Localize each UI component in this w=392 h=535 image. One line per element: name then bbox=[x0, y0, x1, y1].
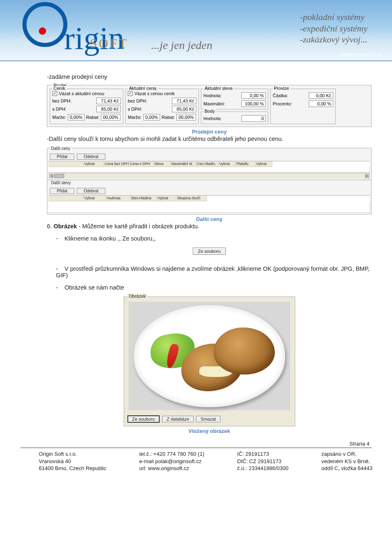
scroll-bar[interactable]: ◂ ▸ bbox=[49, 173, 370, 178]
footer-col-contact: tel.č.: +420 774 780 760 (1) e-mail pola… bbox=[139, 450, 204, 472]
product-image bbox=[129, 302, 290, 410]
obrazek-panel: Obrázek Ze souboru Z databáze Smazat bbox=[124, 296, 295, 426]
cenik-bezdph-val[interactable]: 71,43 Kč bbox=[96, 98, 121, 104]
page-number: Strana 4 bbox=[0, 439, 392, 448]
group-aktcena-title: Aktuální cena bbox=[128, 86, 158, 91]
food-icon bbox=[214, 328, 275, 374]
group-cenik-title: Ceník bbox=[52, 86, 67, 91]
dalsi-slevy-grid[interactable]: Vybrat Hodnota Slev.Hladina Vybrat Skupi… bbox=[49, 195, 370, 213]
step6-title: Obrázek bbox=[53, 223, 77, 230]
smazat-button[interactable]: Smazat bbox=[196, 416, 220, 422]
group-cenik: Ceník ✓ Vázat s aktuální cenou bez DPH: … bbox=[50, 89, 123, 124]
caption-prodejni-ceny: Prodejní ceny bbox=[47, 129, 372, 135]
cenik-bezdph-lbl: bez DPH: bbox=[52, 98, 71, 103]
step6-bullet1: - Klikneme na ikonku ,, Ze souboru,, bbox=[47, 235, 372, 242]
group-provize: Provize Částka: 0,00 Kč Procento: 0,00 % bbox=[270, 89, 336, 124]
dalsi-ceny-grid[interactable]: Vybrat Cena bez DPH Cena s DPH Sleva Max… bbox=[49, 161, 370, 178]
group-provize-title: Provize bbox=[273, 86, 290, 91]
para-dalsi-ceny: -Další ceny slouží k tomu abychom si moh… bbox=[47, 136, 372, 142]
dalsi-ceny-label: Další ceny bbox=[50, 146, 71, 151]
z-databaze-button[interactable]: Z databáze bbox=[162, 416, 194, 422]
aktcena-bezdph-val[interactable]: 71,43 Kč bbox=[172, 98, 196, 104]
col: Cen.Hladin. bbox=[196, 161, 218, 167]
col: Slev.Hladina bbox=[130, 196, 157, 201]
tagline-1: -pokladní systémy bbox=[300, 11, 368, 23]
odebrat-button[interactable]: Odebrat bbox=[77, 188, 105, 194]
logo-tagline: ...je jen jeden bbox=[151, 39, 212, 52]
cenik-rabat-val[interactable]: 00,00% bbox=[101, 114, 120, 120]
tagline-3: -zakázkový vývoj... bbox=[300, 34, 368, 45]
obrazek-panel-title: Obrázek bbox=[127, 294, 148, 299]
logo-subword: SOFT bbox=[90, 36, 128, 51]
arrow-left-icon[interactable]: ◂ bbox=[49, 174, 53, 178]
col: Skupina zboží bbox=[176, 196, 207, 201]
header-banner: rigin SOFT ...je jen jeden -pokladní sys… bbox=[0, 0, 392, 61]
tagline-2: -expediční systémy bbox=[300, 23, 368, 34]
col: Maximální sl. bbox=[171, 161, 196, 167]
col: Cena s DPH bbox=[129, 161, 154, 167]
banner-url: www.originsoft.cz bbox=[341, 51, 382, 57]
prodej-panel: Prodej Ceník ✓ Vázat s aktuální cenou be… bbox=[47, 85, 372, 127]
odebrat-button[interactable]: Odebrat bbox=[77, 154, 105, 160]
sleva-max-val[interactable]: 100,00 % bbox=[241, 100, 266, 107]
ze-souboru-button[interactable]: Ze souboru bbox=[193, 247, 226, 255]
cenik-sdph-val[interactable]: 85,00 Kč bbox=[96, 106, 121, 112]
aktcena-marze-lbl: Marže: bbox=[128, 115, 142, 120]
section-heading: -zadáme prodejní ceny bbox=[47, 74, 372, 80]
cenik-rabat-lbl: Rabat: bbox=[86, 115, 99, 120]
cenik-sdph-lbl: s DPH: bbox=[52, 107, 67, 111]
checkbox-icon: ✓ bbox=[128, 91, 133, 96]
footer-col-registry: zapsáno v OR, vedeném KS v Brně, oddíl C… bbox=[321, 450, 372, 472]
col: Hodnota bbox=[106, 196, 130, 201]
cenik-marze-lbl: Marže: bbox=[52, 115, 66, 120]
ze-souboru-button[interactable]: Ze souboru bbox=[127, 415, 160, 423]
pridat-button[interactable]: Přidat bbox=[50, 154, 74, 160]
page-content: -zadáme prodejní ceny Prodej Ceník ✓ Váz… bbox=[0, 61, 392, 439]
body-hodnota-val[interactable]: 0 bbox=[241, 115, 266, 122]
group-sleva-title: Aktuální sleva bbox=[203, 86, 234, 91]
cenik-chk-label: Vázat s aktuální cenou bbox=[59, 91, 104, 96]
footer-col-company: Origin Soft s.r.o. Vranovská 40 61400 Br… bbox=[39, 450, 107, 472]
aktcena-sdph-val[interactable]: 85,00 Kč bbox=[172, 106, 196, 112]
col: Vybrat bbox=[255, 161, 272, 167]
group-body-title: Body bbox=[203, 109, 216, 114]
step6-bullet3: - Obrázek se nám načte bbox=[47, 284, 372, 291]
arrow-right-icon[interactable]: ▸ bbox=[365, 174, 369, 178]
body-hodnota-lbl: Hodnota: bbox=[203, 116, 222, 121]
col: Platidlo bbox=[236, 161, 255, 167]
col: Vybrat bbox=[218, 161, 236, 167]
sleva-hodnota-lbl: Hodnota: bbox=[203, 93, 222, 98]
aktcena-rabat-val[interactable]: 00,00% bbox=[176, 114, 196, 120]
caption-vlozeny-obrazek: Vložený obrázek bbox=[47, 428, 372, 434]
cenik-marze-val[interactable]: 0,00% bbox=[68, 114, 85, 120]
dalsi-slevy-label: Další slevy bbox=[50, 181, 72, 185]
step6-text1: - Můžeme ke kartě přiradit i obrázek pro… bbox=[77, 223, 199, 230]
group-body: Body Hodnota: 0 bbox=[201, 111, 268, 124]
group-aktcena: Aktuální cena ✓ Vázat s cenou ceník bez … bbox=[125, 89, 199, 124]
banner-taglines: -pokladní systémy -expediční systémy -za… bbox=[300, 11, 368, 45]
col: Cena bez DPH bbox=[104, 161, 129, 167]
col: Vybrat bbox=[157, 196, 176, 201]
aktcena-sdph-lbl: s DPH: bbox=[128, 107, 142, 111]
pridat-button[interactable]: Přidat bbox=[50, 188, 74, 194]
aktcena-checkbox[interactable]: ✓ Vázat s cenou ceník bbox=[128, 91, 175, 96]
col: Vybrat bbox=[83, 196, 106, 201]
checkbox-icon: ✓ bbox=[52, 91, 57, 96]
step6-num: 6. bbox=[47, 223, 52, 230]
step6-heading: 6. Obrázek - Můžeme ke kartě přiradit i … bbox=[47, 223, 372, 230]
footer-col-ids: IČ: 29191173 DIČ: CZ 29191173 č.ú.: 2334… bbox=[237, 450, 289, 472]
col: Vybrat bbox=[83, 161, 104, 167]
caption-dalsi-ceny: Další ceny bbox=[47, 216, 372, 222]
dalsi-ceny-panel: Další ceny Přidat Odebrat Vybrat Cena be… bbox=[47, 148, 372, 214]
step6-bullet2: - V prostředí průzkumníka Windows si naj… bbox=[47, 265, 372, 279]
aktcena-bezdph-lbl: bez DPH: bbox=[128, 98, 147, 103]
cenik-checkbox[interactable]: ✓ Vázat s aktuální cenou bbox=[52, 91, 104, 96]
aktcena-rabat-lbl: Rabat: bbox=[162, 115, 175, 120]
col: Sleva bbox=[154, 161, 171, 167]
provize-castka-val[interactable]: 0,00 Kč bbox=[309, 92, 333, 99]
provize-procento-lbl: Procento: bbox=[273, 101, 292, 106]
provize-procento-val[interactable]: 0,00 % bbox=[309, 100, 333, 107]
provize-castka-lbl: Částka: bbox=[273, 93, 288, 98]
sleva-hodnota-val[interactable]: 0,00 % bbox=[241, 92, 266, 99]
aktcena-marze-val[interactable]: 0,00% bbox=[143, 114, 160, 120]
